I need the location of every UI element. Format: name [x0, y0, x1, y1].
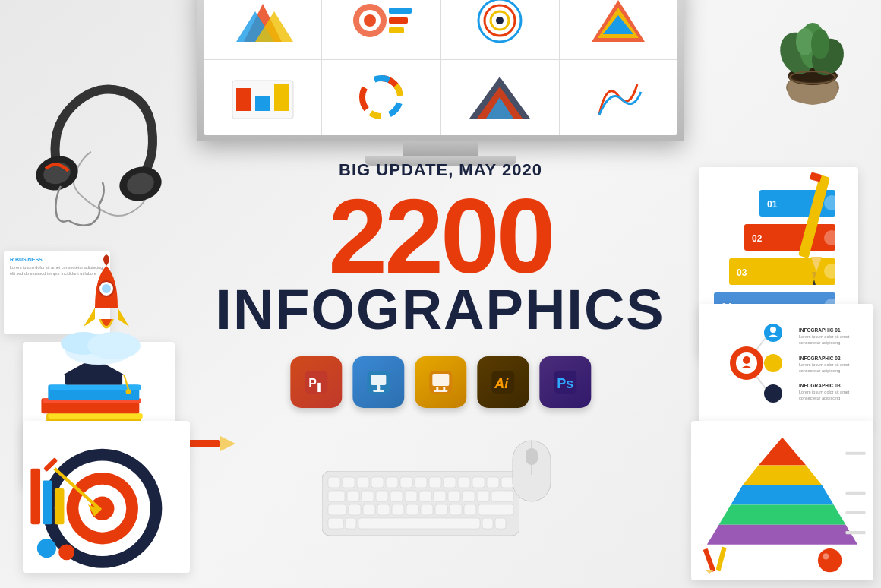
- svg-point-82: [824, 230, 839, 245]
- card-pyramid: [691, 421, 873, 580]
- impress-icon[interactable]: [415, 356, 466, 408]
- svg-rect-128: [477, 491, 489, 501]
- svg-rect-80: [810, 172, 822, 182]
- svg-rect-127: [463, 491, 475, 501]
- svg-rect-107: [357, 477, 369, 488]
- svg-text:P: P: [308, 377, 317, 390]
- svg-rect-116: [487, 477, 499, 488]
- svg-point-91: [764, 354, 782, 372]
- svg-rect-141: [328, 518, 343, 529]
- svg-rect-126: [448, 491, 460, 501]
- rocket-area: [46, 251, 167, 372]
- card-target: [23, 421, 190, 573]
- svg-rect-105: [328, 477, 340, 488]
- big-number: 2200: [216, 183, 665, 289]
- screen-cell-4: [560, 0, 677, 59]
- svg-text:01: 01: [767, 199, 778, 210]
- svg-point-12: [496, 17, 504, 24]
- svg-rect-118: [328, 491, 345, 501]
- svg-point-102: [818, 548, 842, 572]
- svg-rect-114: [458, 477, 470, 488]
- svg-rect-148: [526, 448, 538, 465]
- svg-rect-7: [389, 17, 408, 24]
- photoshop-icon[interactable]: Ps: [539, 356, 591, 408]
- svg-rect-111: [415, 477, 427, 488]
- svg-point-83: [824, 264, 839, 279]
- svg-rect-97: [845, 511, 865, 514]
- svg-rect-119: [347, 491, 359, 501]
- svg-rect-120: [362, 491, 374, 501]
- svg-rect-156: [371, 375, 386, 385]
- svg-text:03: 03: [737, 267, 747, 278]
- monitor-stand-top: [403, 141, 478, 156]
- svg-rect-131: [349, 504, 361, 515]
- svg-rect-109: [386, 477, 398, 488]
- svg-rect-123: [405, 491, 417, 501]
- main-title: INFOGRAPHICS: [216, 282, 665, 338]
- svg-rect-135: [406, 504, 418, 515]
- svg-rect-139: [464, 504, 476, 515]
- svg-point-103: [823, 553, 829, 559]
- svg-rect-113: [444, 477, 456, 488]
- center-text-block: BIG UPDATE, MAY 2020 2200 INFOGRAPHICS P…: [216, 160, 665, 408]
- svg-rect-63: [30, 469, 40, 524]
- svg-rect-98: [845, 531, 865, 534]
- svg-point-34: [811, 29, 829, 59]
- svg-rect-6: [389, 8, 412, 14]
- svg-rect-106: [343, 477, 355, 488]
- svg-rect-96: [845, 491, 865, 494]
- screen-cell-2: [322, 0, 440, 59]
- svg-marker-150: [220, 436, 235, 451]
- svg-rect-8: [389, 27, 404, 33]
- screen-cell-3: [441, 0, 559, 59]
- monitor: [197, 0, 684, 166]
- svg-point-93: [770, 327, 776, 333]
- svg-rect-160: [432, 374, 449, 386]
- svg-text:Ps: Ps: [557, 376, 573, 391]
- svg-rect-136: [421, 504, 433, 515]
- keyboard: [322, 471, 519, 542]
- headphones: [15, 61, 182, 228]
- powerpoint-icon[interactable]: P ▌: [290, 356, 342, 408]
- svg-point-40: [102, 284, 111, 293]
- svg-rect-99: [703, 548, 716, 572]
- svg-rect-95: [845, 451, 865, 454]
- screen-cell-8: [560, 60, 677, 136]
- svg-rect-110: [400, 477, 412, 488]
- svg-rect-142: [346, 518, 356, 529]
- svg-point-94: [743, 356, 750, 364]
- monitor-area: [182, 0, 699, 166]
- svg-point-92: [764, 384, 782, 403]
- illustrator-icon[interactable]: Ai: [477, 356, 529, 408]
- svg-point-66: [37, 539, 56, 558]
- svg-text:▌: ▌: [317, 382, 323, 393]
- svg-rect-115: [472, 477, 485, 488]
- screen-cell-5: [204, 60, 321, 136]
- svg-rect-46: [48, 413, 142, 419]
- svg-point-81: [824, 195, 839, 210]
- svg-rect-15: [255, 96, 270, 111]
- svg-point-38: [87, 332, 141, 359]
- svg-rect-108: [371, 477, 384, 488]
- monitor-frame: [197, 0, 684, 141]
- svg-rect-112: [429, 477, 441, 488]
- screen-cell-6: [322, 60, 440, 136]
- svg-rect-144: [482, 518, 493, 529]
- svg-point-67: [58, 545, 74, 561]
- network-labels: INFOGRAPHIC 01 Lorem ipsum dolor sit ame…: [799, 327, 867, 401]
- keynote-icon[interactable]: [352, 356, 404, 408]
- svg-rect-125: [434, 491, 446, 501]
- svg-rect-124: [419, 491, 431, 501]
- svg-rect-65: [55, 489, 65, 525]
- svg-rect-134: [392, 504, 404, 515]
- svg-text:02: 02: [752, 233, 763, 244]
- svg-text:Ai: Ai: [494, 376, 509, 391]
- svg-rect-143: [358, 518, 480, 529]
- app-icons-row: P ▌ Ai: [216, 356, 665, 408]
- svg-rect-137: [435, 504, 447, 515]
- svg-rect-121: [376, 491, 388, 501]
- screen-cell-7: [441, 60, 559, 136]
- svg-rect-122: [390, 491, 403, 501]
- svg-rect-130: [328, 504, 346, 515]
- svg-rect-132: [363, 504, 375, 515]
